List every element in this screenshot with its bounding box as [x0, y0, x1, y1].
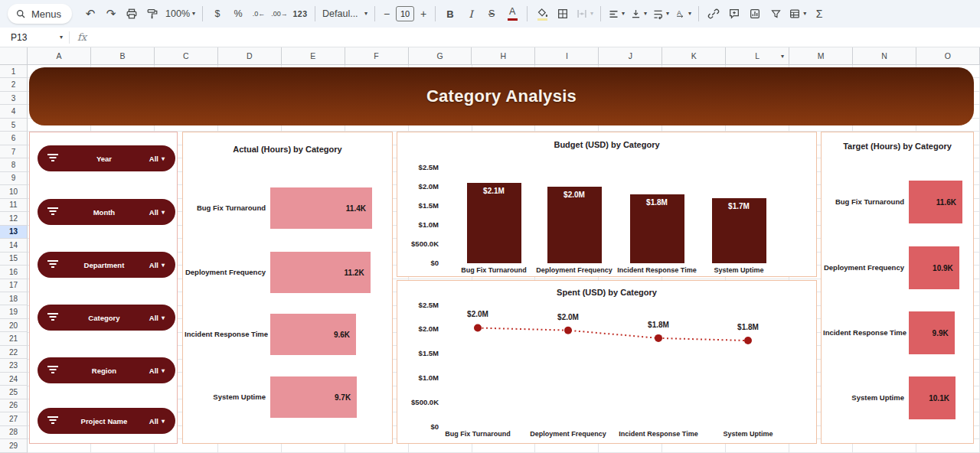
- row-header-17[interactable]: 17: [0, 279, 28, 292]
- slicer-value[interactable]: All▾: [149, 417, 165, 425]
- row-header-15[interactable]: 15: [0, 253, 28, 266]
- table-views-button[interactable]: ▾: [786, 4, 808, 24]
- slicer-year[interactable]: YearAll▾: [38, 145, 175, 171]
- chart-budget-usd[interactable]: Budget (USD) by Category$2.5M$2.0M$1.5M$…: [397, 132, 817, 277]
- row-header-24[interactable]: 24: [0, 373, 28, 386]
- row-header-20[interactable]: 20: [0, 319, 28, 332]
- column-header-label: C: [183, 51, 189, 60]
- paint-format-button[interactable]: [142, 4, 162, 24]
- increase-decimals-button[interactable]: .00→: [270, 4, 289, 24]
- column-header-B[interactable]: B: [91, 47, 155, 65]
- decrease-font-size-button[interactable]: −: [380, 4, 394, 24]
- row-header-7[interactable]: 7: [0, 145, 28, 158]
- row-header-10[interactable]: 10: [0, 185, 28, 198]
- bold-button[interactable]: B: [440, 4, 460, 24]
- row-header-26[interactable]: 26: [0, 399, 28, 412]
- chart-spent-usd[interactable]: Spent (USD) by Category$2.5M$2.0M$1.5M$1…: [397, 280, 817, 444]
- row-header-29[interactable]: 29: [0, 439, 28, 452]
- row-header-25[interactable]: 25: [0, 386, 28, 399]
- row-header-12[interactable]: 12: [0, 212, 28, 225]
- slicer-value[interactable]: All▾: [149, 155, 165, 163]
- row-header-28[interactable]: 28: [0, 426, 28, 439]
- font-select[interactable]: Defaul... ▾: [320, 4, 370, 24]
- insert-comment-button[interactable]: [724, 4, 744, 24]
- column-header-E[interactable]: E: [282, 47, 345, 65]
- column-header-M[interactable]: M: [789, 47, 853, 65]
- insert-link-button[interactable]: [704, 4, 724, 24]
- decrease-decimals-button[interactable]: .0←: [249, 4, 269, 24]
- create-filter-button[interactable]: [766, 4, 786, 24]
- column-header-G[interactable]: G: [409, 47, 472, 65]
- column-header-F[interactable]: F: [345, 47, 409, 65]
- grid-area[interactable]: Category Analysis YearAll▾MonthAll▾Depar…: [28, 65, 980, 453]
- redo-button[interactable]: ↷: [101, 4, 121, 24]
- menus-button[interactable]: Menus: [8, 4, 72, 24]
- row-header-1[interactable]: 1: [0, 65, 28, 78]
- column-header-N[interactable]: N: [853, 47, 916, 65]
- currency-format-button[interactable]: $: [207, 4, 227, 24]
- row-header-4[interactable]: 4: [0, 105, 28, 118]
- chart-target-hours[interactable]: Target (Hours) by CategoryBug Fix Turnar…: [821, 132, 974, 444]
- merge-cells-button[interactable]: ▾: [573, 4, 596, 24]
- row-header-14[interactable]: 14: [0, 239, 28, 252]
- column-header-D[interactable]: D: [218, 47, 282, 65]
- undo-button[interactable]: ↶: [80, 4, 100, 24]
- print-button[interactable]: [122, 4, 142, 24]
- slicer-department[interactable]: DepartmentAll▾: [38, 252, 175, 278]
- slicer-month[interactable]: MonthAll▾: [38, 199, 175, 225]
- fill-color-button[interactable]: [532, 4, 552, 24]
- borders-button[interactable]: [553, 4, 573, 24]
- column-dropdown-icon[interactable]: ▾: [781, 53, 784, 60]
- column-header-J[interactable]: J: [599, 47, 662, 65]
- italic-button[interactable]: I: [461, 4, 481, 24]
- row-header-18[interactable]: 18: [0, 292, 28, 305]
- insert-chart-button[interactable]: [745, 4, 765, 24]
- column-header-O[interactable]: O: [916, 47, 980, 65]
- column-header-H[interactable]: H: [472, 47, 535, 65]
- column-header-I[interactable]: I: [535, 47, 599, 65]
- row-header-22[interactable]: 22: [0, 346, 28, 359]
- row-header-16[interactable]: 16: [0, 266, 28, 279]
- column-header-K[interactable]: K: [662, 47, 726, 65]
- slicer-category[interactable]: CategoryAll▾: [38, 305, 175, 331]
- text-color-button[interactable]: A: [502, 4, 522, 24]
- increase-font-size-button[interactable]: +: [416, 4, 430, 24]
- row-header-11[interactable]: 11: [0, 199, 28, 212]
- row-header-23[interactable]: 23: [0, 359, 28, 372]
- column-header-A[interactable]: A: [28, 47, 91, 65]
- column-header-L[interactable]: L▾: [726, 47, 789, 65]
- chart-bar: 10.9K: [909, 246, 959, 289]
- vertical-align-icon: [630, 8, 642, 20]
- row-header-2[interactable]: 2: [0, 78, 28, 91]
- select-all-corner[interactable]: [0, 47, 28, 65]
- row-header-8[interactable]: 8: [0, 158, 28, 171]
- slicer-region[interactable]: RegionAll▾: [38, 357, 175, 383]
- vertical-align-button[interactable]: ▾: [628, 4, 649, 24]
- row-header-6[interactable]: 6: [0, 132, 28, 145]
- functions-button[interactable]: Σ: [809, 4, 829, 24]
- row-header-5[interactable]: 5: [0, 119, 28, 132]
- row-header-9[interactable]: 9: [0, 172, 28, 185]
- name-box[interactable]: P13 ▾: [0, 32, 69, 43]
- percent-format-button[interactable]: %: [228, 4, 248, 24]
- slicer-value[interactable]: All▾: [149, 314, 165, 322]
- font-size-input[interactable]: 10: [396, 6, 414, 21]
- more-formats-button[interactable]: 123: [290, 4, 310, 24]
- slicer-project-name[interactable]: Project NameAll▾: [38, 408, 175, 434]
- text-wrap-button[interactable]: ▾: [650, 4, 671, 24]
- row-header-19[interactable]: 19: [0, 305, 28, 318]
- column-header-C[interactable]: C: [155, 47, 218, 65]
- row-header-13[interactable]: 13: [0, 226, 28, 239]
- slicer-value[interactable]: All▾: [149, 261, 165, 269]
- horizontal-align-button[interactable]: ▾: [606, 4, 627, 24]
- chart-actual-hours[interactable]: Actual (Hours) by CategoryBug Fix Turnar…: [182, 132, 393, 444]
- row-header-21[interactable]: 21: [0, 332, 28, 345]
- slicer-value[interactable]: All▾: [149, 367, 165, 375]
- slicer-value[interactable]: All▾: [149, 208, 165, 217]
- row-header-3[interactable]: 3: [0, 92, 28, 105]
- text-rotation-button[interactable]: A ▾: [672, 4, 694, 24]
- zoom-select[interactable]: 100% ▾: [163, 4, 198, 24]
- row-header-27[interactable]: 27: [0, 412, 28, 425]
- strikethrough-button[interactable]: S: [482, 4, 501, 24]
- category-label: System Uptime: [691, 266, 786, 274]
